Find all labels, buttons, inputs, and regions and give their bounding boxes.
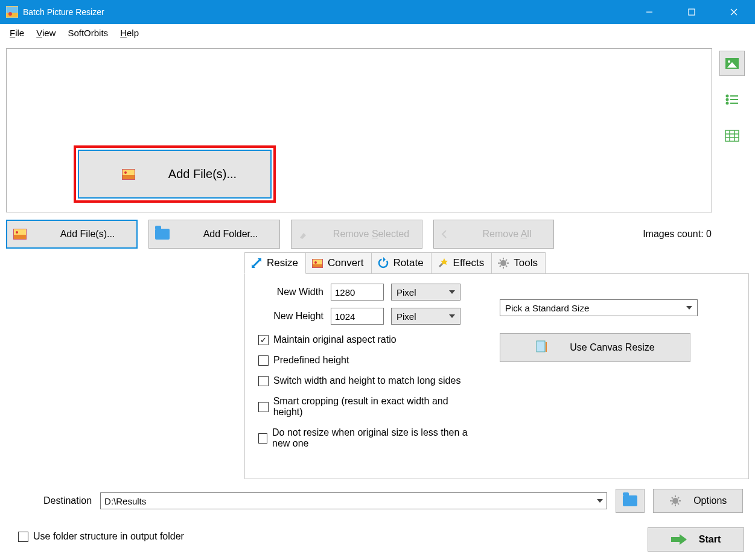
standard-size-select[interactable]: Pick a Standard Size [500, 299, 698, 316]
tab-bar: Resize Convert Rotate Effects Tools [244, 252, 749, 274]
tab-tools[interactable]: Tools [491, 252, 546, 273]
folder-structure-label: Use folder structure in output folder [33, 531, 184, 542]
options-button[interactable]: Options [653, 489, 743, 513]
smart-crop-checkbox[interactable] [258, 402, 269, 412]
chevron-down-icon [449, 290, 455, 294]
app-icon [6, 6, 18, 18]
add-folder-button[interactable]: Add Folder... [148, 220, 280, 249]
add-files-highlight: Add File(s)... [74, 145, 276, 203]
brush-icon [298, 228, 308, 240]
rotate-icon [377, 256, 390, 270]
remove-all-label: Remove All [467, 229, 547, 240]
canvas-icon [535, 340, 549, 355]
svg-line-40 [678, 503, 679, 504]
convert-icon [311, 256, 324, 270]
new-height-input[interactable] [331, 308, 384, 325]
picture-icon [13, 229, 27, 240]
chevron-down-icon [597, 499, 603, 503]
remove-all-button: Remove All [433, 220, 554, 249]
images-count: Images count: 0 [643, 229, 749, 240]
svg-line-29 [506, 266, 507, 267]
no-resize-checkbox[interactable] [258, 433, 267, 444]
view-thumbnails-icon[interactable] [719, 51, 745, 76]
new-width-label: New Width [258, 287, 323, 298]
add-files-button[interactable]: Add File(s)... [6, 220, 138, 249]
svg-line-39 [672, 497, 673, 498]
canvas-resize-button[interactable]: Use Canvas Resize [500, 333, 690, 362]
svg-marker-44 [680, 534, 687, 545]
destination-label: Destination [43, 495, 92, 506]
add-files-big-label: Add File(s)... [168, 167, 237, 181]
new-width-input[interactable] [331, 284, 384, 301]
chevron-down-icon [686, 306, 692, 310]
close-button[interactable] [713, 0, 755, 24]
folder-icon [155, 229, 170, 240]
remove-selected-label: Remove Selected [327, 229, 416, 240]
svg-line-30 [500, 266, 501, 267]
menu-softorbits[interactable]: SoftOrbits [62, 26, 114, 40]
chevron-down-icon [449, 314, 455, 318]
maximize-button[interactable] [671, 0, 713, 24]
gear-icon [669, 495, 681, 507]
app-title: Batch Picture Resizer [23, 7, 104, 17]
remove-selected-button: Remove Selected [291, 220, 422, 249]
add-folder-label: Add Folder... [188, 229, 273, 240]
new-width-unit-select[interactable]: Pixel [391, 284, 460, 301]
view-details-icon[interactable] [719, 123, 745, 148]
resize-panel: New Width Pixel New Height Pixel Maintai… [244, 274, 749, 479]
view-list-icon[interactable] [719, 87, 745, 112]
maintain-ratio-checkbox[interactable] [258, 335, 269, 345]
effects-icon [436, 256, 450, 270]
svg-rect-1 [689, 9, 695, 15]
title-bar: Batch Picture Resizer [0, 0, 755, 24]
svg-line-41 [672, 503, 673, 504]
add-files-label: Add File(s)... [45, 229, 130, 240]
svg-rect-13 [725, 130, 739, 141]
menu-help[interactable]: Help [114, 26, 145, 40]
picture-icon [122, 169, 135, 180]
svg-point-11 [727, 103, 728, 104]
svg-line-42 [678, 497, 679, 498]
svg-rect-43 [671, 537, 680, 542]
tab-convert[interactable]: Convert [305, 252, 372, 273]
predefined-height-checkbox[interactable] [258, 355, 269, 366]
chevron-left-icon [440, 228, 448, 240]
svg-point-9 [727, 99, 728, 101]
svg-line-31 [506, 259, 507, 261]
svg-point-23 [500, 260, 506, 266]
tab-rotate[interactable]: Rotate [371, 252, 432, 273]
resize-icon [250, 256, 263, 270]
minimize-button[interactable] [628, 0, 671, 24]
preview-area[interactable]: Add File(s)... [6, 48, 712, 212]
new-height-label: New Height [258, 311, 323, 322]
add-files-big-button[interactable]: Add File(s)... [78, 150, 272, 199]
svg-marker-21 [383, 257, 386, 262]
start-icon [671, 534, 687, 545]
tab-resize[interactable]: Resize [244, 252, 306, 274]
menu-file[interactable]: File [4, 26, 30, 40]
svg-point-7 [727, 95, 728, 97]
switch-wh-checkbox[interactable] [258, 376, 269, 386]
tools-icon [497, 256, 510, 270]
folder-structure-checkbox[interactable] [18, 532, 28, 542]
tab-effects[interactable]: Effects [431, 252, 492, 273]
svg-rect-32 [537, 341, 545, 352]
new-height-unit-select[interactable]: Pixel [391, 308, 460, 325]
folder-icon [623, 495, 637, 506]
browse-folder-button[interactable] [616, 489, 645, 513]
svg-point-5 [728, 60, 730, 63]
destination-combo[interactable]: D:\Results [100, 492, 607, 509]
svg-point-34 [672, 498, 678, 504]
menu-view[interactable]: View [30, 26, 62, 40]
start-button[interactable]: Start [648, 527, 744, 552]
svg-line-28 [500, 259, 501, 261]
menu-bar: File View SoftOrbits Help [0, 24, 755, 42]
